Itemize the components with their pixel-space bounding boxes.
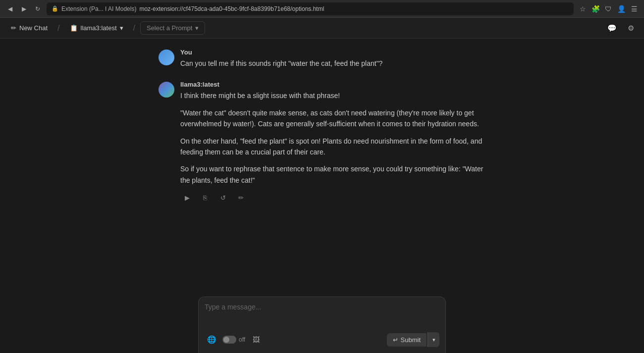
extensions-button[interactable]: 🧩 [590,4,600,14]
model-selector-button[interactable]: 📋 llama3:latest ▾ [65,22,128,34]
prompt-selector-button[interactable]: Select a Prompt ▾ [140,21,206,35]
star-button[interactable]: ☆ [578,4,588,14]
toolbar-chat-icon-button[interactable]: 💬 [604,21,619,36]
prompt-placeholder: Select a Prompt [147,24,193,32]
submit-dropdown-button[interactable]: ▾ [428,332,439,347]
input-area: 🌐 off 🖼 ↵ Submit ▾ [198,297,446,353]
message-actions: ▶ ⎘ ↺ ✏ [180,191,485,204]
toggle-label: off [239,336,245,343]
new-chat-button[interactable]: ✏ New Chat [6,22,53,34]
ai-message-content: llama3:latest I think there might be a s… [180,81,485,204]
image-upload-button[interactable]: 🖼 [249,333,263,347]
lock-icon: 🔒 [52,5,58,12]
browser-right-icons: ☆ 🧩 🛡 👤 ☰ [578,4,639,14]
model-chevron-icon: ▾ [120,24,123,32]
toolbar-right: 💬 ⚙ [604,21,638,36]
toggle-switch[interactable] [222,336,236,344]
user-sender-label: You [180,49,485,56]
address-url: moz-extension://cf475dca-ada0-45bc-9fcf-… [139,5,324,12]
model-label: llama3:latest [81,24,117,32]
ai-sender-label: llama3:latest [180,81,485,88]
ai-message-text: I think there might be a slight issue wi… [180,90,485,186]
toolbar: ✏ New Chat / 📋 llama3:latest ▾ / Select … [0,18,644,39]
regenerate-action-button[interactable]: ↺ [216,191,230,204]
input-toolbar: 🌐 off 🖼 ↵ Submit ▾ [205,332,439,347]
user-message-content: You Can you tell me if this sounds right… [180,49,485,69]
ai-paragraph-3: So if you want to rephrase that sentence… [180,163,485,186]
ai-paragraph-1: "Water the cat" doesn't quite make sense… [180,107,485,130]
extension-label: Extension (Pa... I AI Models) [61,5,136,12]
separator-2: / [133,24,135,33]
edit-action-button[interactable]: ✏ [234,191,248,204]
user-message-paragraph: Can you tell me if this sounds right "wa… [180,58,485,69]
user-message-text: Can you tell me if this sounds right "wa… [180,58,485,69]
back-button[interactable]: ◀ [5,4,15,14]
message-input[interactable] [205,303,439,328]
prompt-chevron-icon: ▾ [195,24,199,32]
address-bar[interactable]: 🔒 Extension (Pa... I AI Models) moz-exte… [47,2,574,15]
submit-icon: ↵ [393,336,398,344]
new-chat-icon: ✏ [11,24,16,32]
model-icon: 📋 [70,24,78,32]
reload-button[interactable]: ↻ [33,4,43,14]
ai-paragraph-0: I think there might be a slight issue wi… [180,90,485,101]
globe-button[interactable]: 🌐 [205,333,218,347]
user-avatar [159,50,174,65]
ai-message-group: llama3:latest I think there might be a s… [149,81,495,204]
menu-button[interactable]: ☰ [629,4,639,14]
firefox-account-icon[interactable]: 👤 [616,4,626,14]
shield-icon[interactable]: 🛡 [603,4,613,14]
browser-chrome: ◀ ▶ ↻ 🔒 Extension (Pa... I AI Models) mo… [0,0,644,18]
play-action-button[interactable]: ▶ [180,191,194,204]
separator-1: / [57,24,59,33]
ai-paragraph-2: On the other hand, "feed the plant" is s… [180,136,485,158]
new-chat-label: New Chat [19,24,48,32]
copy-action-button[interactable]: ⎘ [198,191,212,204]
user-message-group: You Can you tell me if this sounds right… [149,49,495,69]
submit-label: Submit [401,336,421,344]
submit-button[interactable]: ↵ Submit [387,333,427,347]
toolbar-settings-button[interactable]: ⚙ [623,21,638,36]
submit-group: ↵ Submit ▾ [387,332,439,347]
toggle-container: off [222,336,245,344]
forward-button[interactable]: ▶ [19,4,29,14]
ai-avatar [159,82,174,98]
